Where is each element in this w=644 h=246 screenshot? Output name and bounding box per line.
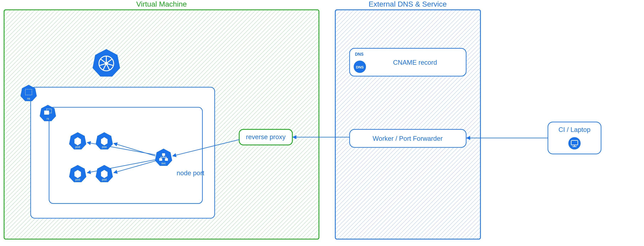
replicaset-box: [49, 107, 202, 203]
worker-label: Worker / Port Forwarder: [372, 135, 442, 142]
ext-box: [335, 10, 480, 239]
worker-card: Worker / Port Forwarder: [350, 129, 466, 147]
vm-group: Virtual Machine ns: [4, 0, 319, 239]
node-port-label: node port: [176, 169, 204, 177]
svg-rect-15: [165, 158, 168, 160]
architecture-diagram: Virtual Machine ns: [0, 0, 644, 246]
rs-label: rs: [47, 117, 49, 120]
pod1-label: pod: [75, 145, 80, 148]
ci-group: CI / Laptop: [466, 122, 601, 154]
svg-point-18: [568, 137, 581, 149]
pod3-label: pod: [75, 178, 80, 181]
svg-rect-14: [160, 158, 162, 160]
dns-circle-label: DNS: [356, 65, 364, 69]
cname-label: CNAME record: [393, 59, 437, 66]
cname-card: DNS DNS CNAME record: [350, 48, 466, 76]
external-group: External DNS & Service DNS DNS CNAME rec…: [293, 0, 480, 239]
svg-rect-13: [162, 154, 165, 156]
vm-title: Virtual Machine: [136, 0, 187, 8]
monitor-icon: [568, 137, 581, 149]
svc-label: svc: [161, 162, 166, 165]
ext-title: External DNS & Service: [369, 0, 447, 8]
ns-label: ns: [27, 97, 30, 100]
dns-badge: DNS: [355, 52, 364, 57]
pod4-label: pod: [102, 178, 107, 181]
reverse-proxy-label: reverse proxy: [246, 133, 286, 141]
ci-label: CI / Laptop: [558, 126, 590, 133]
